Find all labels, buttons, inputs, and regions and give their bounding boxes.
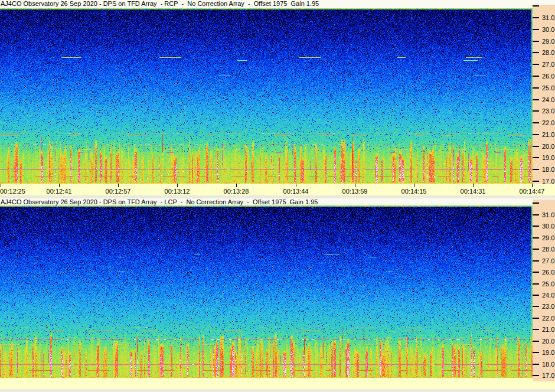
freq-tick [533,122,539,123]
freq-label: 20.0 [542,143,554,150]
freq-tick [533,41,539,42]
freq-tick [533,318,539,319]
freq-tick [533,87,539,89]
freq-axis-end-tick [533,5,539,6]
freq-label: 18.0 [542,361,554,368]
freq-label: 26.0 [542,73,554,80]
time-label: 00:12:57 [106,188,131,195]
time-tick [118,184,119,187]
freq-tick [533,260,539,262]
freq-tick [533,364,539,365]
time-tick [1,184,1,187]
freq-tick [533,226,539,227]
freq-label: 31.0 [542,211,554,218]
freq-tick [533,341,539,342]
time-label: 00:12:41 [47,188,72,195]
freq-label: 30.0 [542,223,554,230]
panel-title-rcp: AJ4CO Observatory 26 Sep 2020 - DPS on T… [0,0,555,8]
freq-tick [533,29,539,30]
freq-tick [533,329,539,330]
freq-label: 23.0 [542,107,554,115]
freq-tick [533,52,539,53]
freq-label: 24.0 [542,96,554,103]
time-label: 00:13:12 [165,188,190,195]
panel-title-lcp: AJ4CO Observatory 26 Sep 2020 - DPS on T… [0,198,555,205]
freq-label: 22.0 [542,119,554,126]
time-label: 00:14:31 [461,188,486,195]
time-axis: 00:12:2500:12:4100:12:5700:13:1200:13:28… [0,184,555,196]
spectrogram-rcp-canvas[interactable] [0,8,533,184]
freq-tick [533,181,539,182]
time-tick [59,184,60,187]
freq-label: 24.0 [542,292,554,299]
frequency-axis-rcp: 31.030.029.028.027.026.025.024.023.022.0… [533,5,555,184]
frequency-axis-lcp: 31.030.029.028.027.026.025.024.023.022.0… [533,200,555,381]
freq-tick [533,110,539,112]
time-label: 00:13:59 [342,188,368,195]
time-label: 00:12:25 [0,188,25,195]
freq-tick [533,99,539,100]
time-label: 00:13:44 [283,188,309,195]
freq-tick [533,64,539,65]
freq-label: 23.0 [542,303,554,310]
freq-label: 25.0 [542,280,554,288]
freq-tick [533,237,539,239]
freq-label: 21.0 [542,326,554,333]
time-tick [296,184,296,187]
bottom-divider [0,389,555,392]
freq-label: 29.0 [542,38,554,45]
freq-label: 28.0 [542,49,554,56]
freq-axis-end-tick [533,202,539,204]
freq-label: 26.0 [542,269,554,276]
freq-tick [533,76,539,77]
freq-label: 18.0 [542,166,554,173]
freq-label: 17.0 [542,372,554,379]
time-tick [355,184,355,187]
freq-label: 19.0 [542,154,554,161]
freq-tick [533,169,539,170]
freq-label: 22.0 [542,315,554,322]
time-tick [532,184,533,187]
spectrogram-lcp-canvas[interactable] [0,205,533,378]
freq-tick [533,214,539,215]
time-tick [414,184,414,187]
freq-label: 27.0 [542,257,554,264]
time-tick [473,184,474,187]
freq-tick [533,283,539,285]
freq-label: 17.0 [542,178,554,185]
freq-tick [533,157,539,158]
freq-label: 19.0 [542,349,554,356]
freq-label: 27.0 [542,61,554,68]
freq-label: 30.0 [542,26,554,33]
freq-tick [533,352,539,353]
time-label: 00:14:15 [401,188,427,195]
time-tick [177,184,178,187]
freq-tick [533,306,539,307]
freq-tick [533,134,539,135]
time-label: 00:13:28 [224,188,249,195]
freq-tick [533,17,539,18]
freq-label: 25.0 [542,84,554,92]
freq-tick [533,375,539,376]
freq-label: 31.0 [542,14,554,21]
freq-label: 21.0 [542,131,554,138]
freq-tick [533,272,539,273]
freq-tick [533,249,539,250]
freq-tick [533,146,539,147]
freq-label: 28.0 [542,246,554,253]
spectrograph-window: 00:12:2500:12:4100:12:5700:13:1200:13:28… [0,0,555,392]
freq-label: 29.0 [542,234,554,241]
time-label: 00:14:47 [520,188,545,195]
freq-tick [533,295,539,296]
freq-label: 20.0 [542,338,554,345]
time-tick [236,184,237,187]
